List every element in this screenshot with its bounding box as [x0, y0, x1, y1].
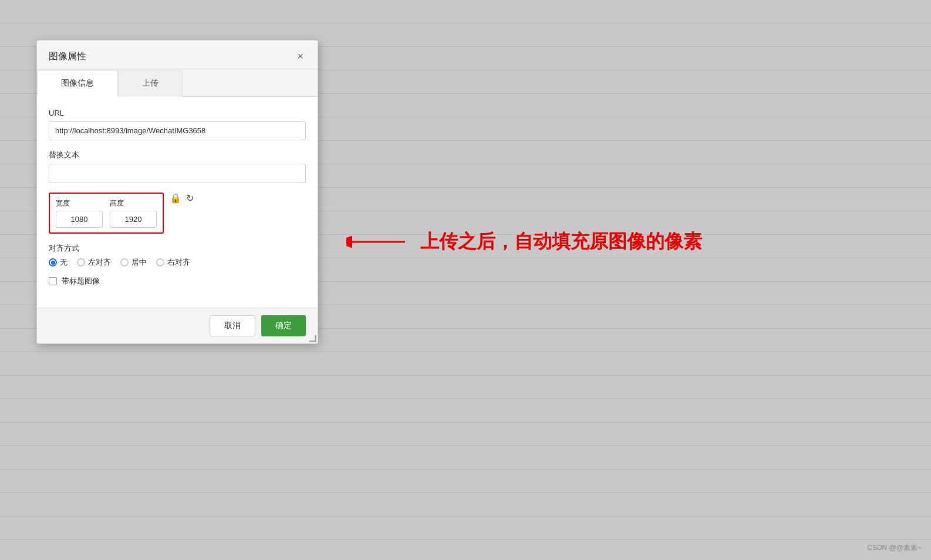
align-options: 无 左对齐 居中 右对齐 — [49, 257, 306, 268]
dialog-header: 图像属性 × — [37, 41, 318, 69]
radio-left[interactable] — [77, 258, 85, 266]
dimensions-row: 宽度 高度 🔒 ↻ — [49, 193, 306, 234]
image-properties-dialog: 图像属性 × 图像信息 上传 URL 替换文本 — [36, 40, 318, 344]
cancel-button[interactable]: 取消 — [210, 315, 255, 336]
alt-label: 替换文本 — [49, 150, 306, 160]
alt-input[interactable] — [49, 164, 306, 183]
caption-label: 带标题图像 — [62, 276, 100, 286]
height-label: 高度 — [110, 198, 157, 208]
annotation: 上传之后，自动填充原图像的像素 — [346, 229, 702, 255]
dialog-body: URL 替换文本 宽度 高度 — [37, 97, 318, 308]
refresh-icon[interactable]: ↻ — [186, 193, 194, 204]
url-label: URL — [49, 109, 306, 117]
watermark: CSDN @@素素~ — [867, 543, 922, 553]
lock-icon: 🔒 — [170, 193, 181, 204]
url-group: URL — [49, 109, 306, 140]
align-label: 对齐方式 — [49, 243, 306, 254]
width-field: 宽度 — [56, 198, 103, 228]
caption-checkbox[interactable] — [49, 277, 57, 285]
confirm-button[interactable]: 确定 — [261, 315, 306, 336]
radio-center[interactable] — [120, 258, 129, 266]
tab-upload[interactable]: 上传 — [118, 70, 183, 97]
dimensions-box: 宽度 高度 — [49, 193, 164, 234]
caption-row[interactable]: 带标题图像 — [49, 276, 306, 286]
height-field: 高度 — [110, 198, 157, 228]
dialog-title: 图像属性 — [49, 50, 86, 63]
radio-none[interactable] — [49, 258, 57, 266]
width-label: 宽度 — [56, 198, 103, 208]
align-center[interactable]: 居中 — [120, 257, 147, 268]
dialog-wrapper: 图像属性 × 图像信息 上传 URL 替换文本 — [36, 40, 318, 344]
radio-right[interactable] — [156, 258, 164, 266]
annotation-text: 上传之后，自动填充原图像的像素 — [420, 229, 702, 255]
align-right[interactable]: 右对齐 — [156, 257, 190, 268]
height-input[interactable] — [110, 211, 157, 228]
url-input[interactable] — [49, 121, 306, 140]
dimension-icons: 🔒 ↻ — [170, 193, 194, 207]
resize-handle[interactable] — [309, 335, 316, 342]
arrow-icon — [346, 230, 411, 254]
tab-image-info[interactable]: 图像信息 — [37, 70, 118, 97]
dialog-footer: 取消 确定 — [37, 308, 318, 343]
align-none[interactable]: 无 — [49, 257, 68, 268]
dialog-tabs: 图像信息 上传 — [37, 69, 318, 97]
width-input[interactable] — [56, 211, 103, 228]
align-left[interactable]: 左对齐 — [77, 257, 111, 268]
align-group: 对齐方式 无 左对齐 居中 — [49, 243, 306, 268]
close-button[interactable]: × — [295, 50, 306, 63]
alt-group: 替换文本 — [49, 150, 306, 183]
